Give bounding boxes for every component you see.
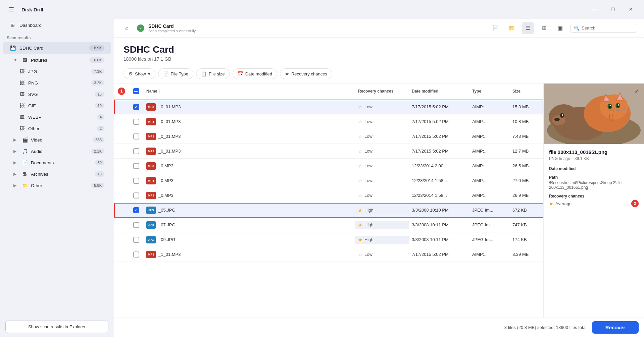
row-checkbox-cell[interactable]: ✓ [129,206,144,215]
row-checkbox-cell[interactable] [129,147,144,156]
panel-info: file 200x113_001651.png PNG Image – 39.1… [544,144,644,318]
row-checkbox[interactable] [133,222,139,228]
pictures-icon: 🖼 [21,57,28,63]
table-row[interactable]: MP3 _0_01.MP3 ☆ Low 7/17/2015 5:02 PM AI… [114,144,543,159]
sidebar-item-sdhc[interactable]: 💾 SDHC Card 18.9K [3,42,111,54]
row-recovery-cell: ★ High [355,221,409,229]
table-row[interactable]: MP3 _1_01.MP3 ☆ Low 7/17/2015 5:02 PM AI… [114,247,543,262]
row-checkbox[interactable] [133,133,139,139]
preview-container: ⤢ [544,83,644,144]
panel-recovery-label: Recovery chances [549,194,639,199]
folder-view-button[interactable]: 📁 [506,22,518,34]
table-row[interactable]: JPG _07.JPG ★ High 3/3/2008 10:11 PM JPE… [114,218,543,232]
th-select-all[interactable]: 1 [114,86,129,96]
maximize-button[interactable]: ☐ [605,4,621,15]
table-row[interactable]: JPG _09.JPG ★ High 3/3/2008 10:11 PM JPE… [114,232,543,247]
table-row[interactable]: MP3 _0_01.MP3 ☆ Low 7/17/2015 5:02 PM AI… [114,114,543,129]
pictures-label: Pictures [31,58,87,63]
row-checkbox[interactable] [133,163,139,169]
select-all-checkbox[interactable]: — [133,88,139,94]
row-step-cell [114,120,129,123]
recovery-chances-filter-btn[interactable]: ★ Recovery chances [280,68,332,79]
row-checkbox-cell[interactable] [129,176,144,185]
show-scan-btn[interactable]: Show scan results in Explorer [5,321,108,333]
row-checkbox-cell[interactable] [129,117,144,126]
search-input[interactable] [582,25,632,31]
row-checkbox-cell[interactable] [129,162,144,170]
row-checkbox[interactable] [133,178,139,184]
sidebar-item-archives[interactable]: ▶ 🗜 Archives 13 [3,169,111,179]
file-type-filter-btn[interactable]: 📄 File Type [158,68,194,79]
sidebar-item-dashboard[interactable]: ⊞ Dashboard [3,19,111,31]
row-size-cell: 12.7 MB [510,147,543,155]
table-row[interactable]: MP3 _0_01.MP3 ☆ Low 7/17/2015 5:02 PM AI… [114,129,543,144]
recovery-chance: ☆ Low [358,119,406,124]
recover-button[interactable]: Recover [592,321,639,334]
table-row[interactable]: MP3 _0.MP3 ☆ Low 12/23/2014 1:58... AIMP… [114,188,543,203]
row-checkbox-cell[interactable] [129,221,144,229]
minimize-button[interactable]: — [587,4,602,15]
row-checkbox-cell[interactable]: ✓ [129,103,144,111]
row-recovery-cell: ☆ Low [355,103,409,111]
doc-view-button[interactable]: 📄 [490,22,502,34]
file-type-label: File Type [171,71,189,76]
jpg-label: JPG [28,69,89,74]
home-button[interactable]: ⌂ [121,22,133,34]
home-icon: ⌂ [125,25,129,31]
panel-view-button[interactable]: ▣ [554,22,566,34]
hamburger-button[interactable]: ☰ [5,3,17,15]
title-bar-right: — ☐ ✕ [587,4,639,15]
sidebar-item-video[interactable]: ▶ 🎬 Video 383 [3,134,111,145]
sidebar-item-webp[interactable]: 🖼 WEBP 4 [3,112,111,122]
sidebar-item-gif[interactable]: 🖼 GIF 10 [3,100,111,111]
sidebar-item-audio[interactable]: ▶ 🎵 Audio 2.1K [3,146,111,157]
file-name: _0_01.MP3 [158,104,181,109]
recovery-star-icon: ☆ [358,104,362,110]
row-checkbox-cell[interactable] [129,132,144,141]
row-checkbox[interactable] [133,237,139,243]
video-badge: 383 [93,137,104,143]
date-modified-filter-btn[interactable]: 📅 Date modified [233,68,277,79]
table-row[interactable]: ✓ JPG _05.JPG ★ High 3/3/2008 10:10 PM J… [114,203,543,218]
row-type-cell: AIMP:... [469,147,510,155]
row-type-cell: AIMP:... [469,132,510,140]
panel-expand-button[interactable]: ⤢ [631,86,642,96]
list-view-button[interactable]: ☰ [522,22,534,34]
sidebar-item-other[interactable]: ▶ 📁 Other 5.8K [3,180,111,191]
col-recovery-label: Recovery chances [358,89,393,94]
row-checkbox-cell[interactable] [129,191,144,200]
row-checkbox[interactable] [133,251,139,258]
close-button[interactable]: ✕ [623,4,639,15]
preview-image [544,83,644,144]
row-checkbox[interactable] [133,192,139,199]
row-checkbox[interactable] [133,148,139,154]
row-checkbox[interactable]: ✓ [133,104,139,110]
sidebar-item-svg[interactable]: 🖼 SVG 15 [3,89,111,100]
row-checkbox-cell[interactable] [129,235,144,244]
table-row[interactable]: ✓ MP3 _0_01.MP3 ☆ Low 7/17/2015 5:02 PM … [114,100,543,114]
table-row[interactable]: MP3 _0.MP3 ☆ Low 12/23/2014 2:00... AIMP… [114,159,543,173]
sidebar-item-pictures[interactable]: ▼ 🖼 Pictures 10.6K [3,55,111,65]
show-filter-btn[interactable]: ⚙ Show ▾ [123,68,155,79]
row-step-cell [114,238,129,241]
gif-badge: 10 [95,103,104,108]
row-recovery-cell: ☆ Low [355,147,409,155]
svg-icon: 🖼 [19,91,26,98]
grid-view-button[interactable]: ⊞ [538,22,550,34]
sidebar-item-png[interactable]: 🖼 PNG 3.2K [3,77,111,88]
file-size-filter-btn[interactable]: 📋 File size [196,68,230,79]
row-checkbox-cell[interactable] [129,250,144,259]
sdhc-icon: 💾 [9,45,16,51]
th-checkbox[interactable]: — [129,87,144,96]
documents-expand-icon: ▶ [13,160,19,165]
sidebar-item-documents[interactable]: ▶ 📄 Documents 80 [3,157,111,168]
th-name[interactable]: Name ↓ [144,88,355,95]
row-checkbox[interactable]: ✓ [133,207,139,213]
sidebar-item-other-pictures[interactable]: 🖼 Other 2 [3,123,111,134]
show-chevron-icon: ▾ [148,71,150,76]
row-step-cell [114,150,129,153]
row-date-cell: 7/17/2015 5:02 PM [409,118,469,125]
row-checkbox[interactable] [133,119,139,125]
table-row[interactable]: MP3 _0.MP3 ☆ Low 12/23/2014 1:58... AIMP… [114,173,543,188]
sidebar-item-jpg[interactable]: 🖼 JPG 7.3K [3,66,111,77]
